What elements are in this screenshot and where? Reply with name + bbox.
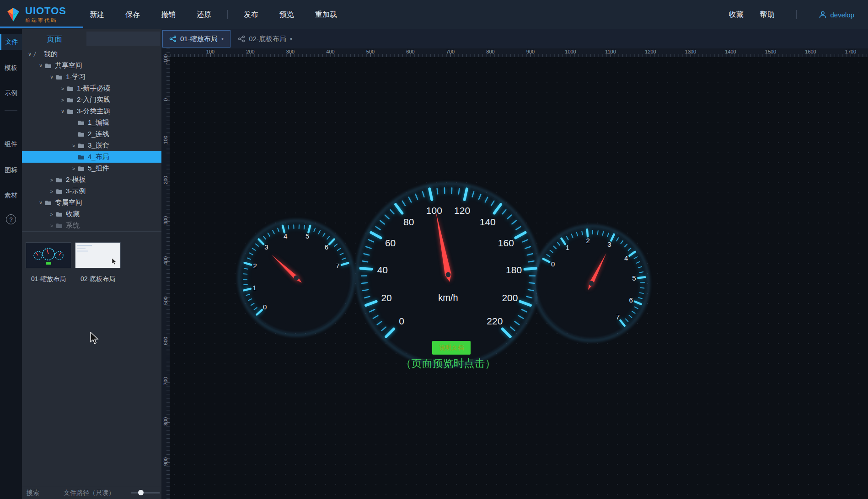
doc-button[interactable]: 说明文档 <box>432 341 471 355</box>
tab-strip: 01-缩放布局●02-底板布局● <box>161 29 868 48</box>
toolbar-divider <box>227 10 228 19</box>
gauge-left-dial[interactable]: 01234567 <box>232 214 360 342</box>
tree-row[interactable]: >系统 <box>22 220 161 231</box>
svg-text:7: 7 <box>336 262 339 270</box>
tree-row[interactable]: >1-新手必读 <box>22 83 161 94</box>
ruler-label: 700 <box>163 376 168 387</box>
tab-state-dot[interactable]: ● <box>290 37 292 41</box>
folder-icon <box>78 154 85 160</box>
chevron-closed-icon[interactable]: > <box>48 189 56 194</box>
tree-row-label: 共享空间 <box>55 61 82 70</box>
help-button[interactable]: 帮助 <box>760 10 774 20</box>
chevron-closed-icon[interactable]: > <box>48 212 56 217</box>
search-button[interactable]: 搜索 <box>27 489 39 497</box>
gauge-hub <box>446 272 451 277</box>
chevron-open-icon[interactable]: ∨ <box>26 51 34 57</box>
chevron-open-icon[interactable]: ∨ <box>37 63 45 69</box>
sidebar-item-2[interactable]: 示例 <box>0 85 22 101</box>
svg-text:5: 5 <box>632 274 636 282</box>
menu-item-2[interactable]: 撤销 <box>150 10 186 20</box>
svg-text:7: 7 <box>616 313 620 321</box>
panel-header: 页面 <box>22 29 161 48</box>
chevron-closed-icon[interactable]: > <box>70 166 78 171</box>
page-thumbnail-1[interactable] <box>26 242 71 268</box>
menu-item-6[interactable]: 预览 <box>269 10 305 20</box>
tree-row[interactable]: ∨1-学习 <box>22 71 161 83</box>
user-chip[interactable]: develop <box>819 11 854 19</box>
tree-row[interactable]: ∨/我的 <box>22 48 161 60</box>
folder-icon-wrap <box>56 189 65 194</box>
tree-row-label: 1_编辑 <box>88 118 109 127</box>
menu-item-5[interactable]: 发布 <box>233 10 269 20</box>
page-thumbnail-2[interactable] <box>75 242 121 268</box>
tree-row[interactable]: ∨专属空间 <box>22 197 161 208</box>
chevron-open-icon[interactable]: ∨ <box>48 74 56 80</box>
tree-row[interactable]: 1_编辑 <box>22 117 161 128</box>
editor-canvas[interactable]: 01234567 020406080100120140160180200220k… <box>170 57 868 499</box>
tree-row[interactable]: >2-入门实践 <box>22 94 161 106</box>
svg-text:4: 4 <box>624 254 628 262</box>
ruler-label: 100 <box>206 49 214 54</box>
zoom-slider[interactable] <box>131 492 160 494</box>
zoom-slider-knob[interactable] <box>138 490 144 495</box>
tab-state-dot[interactable]: ● <box>221 37 224 41</box>
ruler-label: 1300 <box>685 49 696 54</box>
folder-icon-wrap <box>78 132 87 137</box>
help-circle-button[interactable]: ? <box>6 214 16 224</box>
app-logo[interactable]: UIOTOS 前端零代码 <box>0 0 73 29</box>
chevron-closed-icon[interactable]: > <box>48 223 56 228</box>
ruler-label: 100 <box>163 134 168 145</box>
logo-underline <box>0 27 83 28</box>
sidebar-item-3[interactable]: 组件 <box>0 137 22 152</box>
svg-text:0: 0 <box>551 260 555 268</box>
chevron-open-icon[interactable]: ∨ <box>37 200 45 206</box>
thumbnail-label-1[interactable]: 01-缩放布局 <box>24 275 73 283</box>
menu-item-7[interactable]: 重加载 <box>305 10 348 20</box>
tree-row[interactable]: ∨3-分类主题 <box>22 106 161 117</box>
ruler-label: 900 <box>163 456 168 467</box>
pages-panel: 页面 ∨/我的∨共享空间∨1-学习>1-新手必读>2-入门实践∨3-分类主题1_… <box>22 29 161 499</box>
chevron-closed-icon[interactable]: > <box>59 86 67 91</box>
tree-row[interactable]: ∨共享空间 <box>22 60 161 71</box>
sidebar-item-1[interactable]: 模板 <box>0 60 22 76</box>
ruler-label: 500 <box>366 49 375 54</box>
tree-row[interactable]: >收藏 <box>22 208 161 220</box>
chevron-open-icon[interactable]: ∨ <box>59 108 67 114</box>
tab-1[interactable]: 02-底板布局● <box>231 30 299 48</box>
gauge-hub <box>589 281 594 286</box>
tree-row[interactable]: >5_组件 <box>22 163 161 174</box>
tree-row[interactable]: >3-示例 <box>22 186 161 197</box>
tree-row-label: 3-分类主题 <box>77 107 110 116</box>
root-icon: / <box>34 51 43 58</box>
tree-row[interactable]: >2-模板 <box>22 174 161 186</box>
sidebar-item-5[interactable]: 素材 <box>0 188 22 203</box>
svg-text:0: 0 <box>399 316 404 326</box>
sidebar-item-4[interactable]: 图标 <box>0 163 22 178</box>
ruler-label: -100 <box>163 54 168 65</box>
thumbnail-gauges-preview <box>26 243 71 268</box>
tree-row[interactable]: 4_布局 <box>22 151 161 163</box>
topbar-right: 收藏 帮助 develop <box>729 10 868 20</box>
sidebar-item-0[interactable]: 文件 <box>0 34 22 50</box>
tree-row[interactable]: >3_嵌套 <box>22 140 161 151</box>
preview-caption: （页面预览时点击） <box>380 356 517 371</box>
ruler-label: 800 <box>486 49 494 54</box>
file-path-label: 文件路径（只读） <box>64 489 115 497</box>
user-icon <box>819 11 827 19</box>
menu-item-1[interactable]: 保存 <box>115 10 150 20</box>
svg-text:160: 160 <box>498 238 514 248</box>
menu-item-3[interactable]: 还原 <box>186 10 222 20</box>
folder-icon-wrap <box>78 120 87 126</box>
logo-subtitle: 前端零代码 <box>25 17 66 24</box>
menu-item-0[interactable]: 新建 <box>79 10 115 20</box>
favorites-button[interactable]: 收藏 <box>729 10 743 20</box>
chevron-closed-icon[interactable]: > <box>70 143 78 149</box>
ruler-label: 1500 <box>765 49 776 54</box>
tree-row[interactable]: 2_连线 <box>22 128 161 140</box>
gauge-right-dial[interactable]: 01234567 <box>527 219 655 347</box>
chevron-closed-icon[interactable]: > <box>48 177 56 183</box>
chevron-closed-icon[interactable]: > <box>59 97 67 103</box>
tab-0[interactable]: 01-缩放布局● <box>162 30 230 48</box>
thumbnail-label-2[interactable]: 02-底板布局 <box>73 275 123 283</box>
logo-title: UIOTOS <box>25 6 66 16</box>
